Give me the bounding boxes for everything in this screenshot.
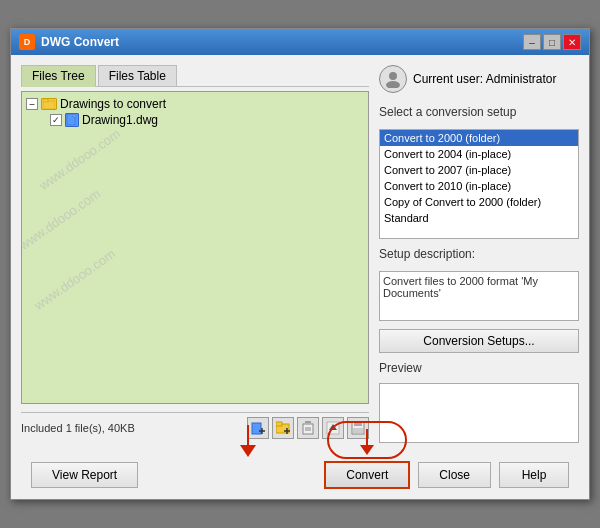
checkbox-area: ✓ (50, 114, 62, 126)
view-report-button[interactable]: View Report (31, 462, 138, 488)
window-body: Files Tree Files Table www.ddooo.com www… (11, 55, 589, 453)
conv-item-3[interactable]: Convert to 2010 (in-place) (380, 178, 578, 194)
user-icon (379, 65, 407, 93)
dwg-convert-window: D DWG Convert – □ ✕ Files Tree Files Tab… (10, 28, 590, 500)
close-button[interactable]: Close (418, 462, 491, 488)
right-panel: Current user: Administrator Select a con… (379, 65, 579, 443)
tree-child-item: ✓ Drawing1.dwg (50, 112, 364, 128)
watermark-3: www.ddooo.com (31, 246, 118, 313)
remove-button[interactable] (297, 417, 319, 439)
svg-point-20 (389, 72, 397, 80)
conv-item-4[interactable]: Copy of Convert to 2000 (folder) (380, 194, 578, 210)
svg-point-21 (386, 81, 400, 88)
svg-rect-18 (354, 422, 362, 426)
tree-child-label: Drawing1.dwg (82, 113, 158, 127)
tree-root-label: Drawings to convert (60, 97, 166, 111)
help-button[interactable]: Help (499, 462, 569, 488)
tab-files-tree[interactable]: Files Tree (21, 65, 96, 87)
move-up-button[interactable] (322, 417, 344, 439)
app-icon: D (19, 34, 35, 50)
maximize-button[interactable]: □ (543, 34, 561, 50)
setup-label: Select a conversion setup (379, 105, 579, 119)
minimize-button[interactable]: – (523, 34, 541, 50)
close-window-button[interactable]: ✕ (563, 34, 581, 50)
conv-item-5[interactable]: Standard (380, 210, 578, 226)
watermark-2: www.ddooo.com (21, 186, 103, 253)
tree-file-item: ✓ Drawing1.dwg (50, 112, 364, 128)
conv-item-0[interactable]: Convert to 2000 (folder) (380, 130, 578, 146)
tab-strip: Files Tree Files Table (21, 65, 369, 87)
bottom-icons (247, 417, 369, 439)
arrow-indicator (240, 425, 256, 457)
tree-expander[interactable]: – (26, 98, 38, 110)
file-icon (65, 113, 79, 127)
bottom-bar: Included 1 file(s), 40KB (21, 412, 369, 443)
desc-label: Setup description: (379, 247, 579, 261)
left-panel: Files Tree Files Table www.ddooo.com www… (21, 65, 369, 443)
file-checkbox[interactable]: ✓ (50, 114, 62, 126)
footer-row: View Report Convert Close Help (11, 453, 589, 499)
conversion-setups-button[interactable]: Conversion Setups... (379, 329, 579, 353)
watermark-1: www.ddooo.com (36, 126, 123, 193)
setup-description: Convert files to 2000 format 'My Documen… (379, 271, 579, 321)
conversion-setup-list[interactable]: Convert to 2000 (folder) Convert to 2004… (379, 129, 579, 239)
svg-rect-7 (276, 422, 282, 426)
preview-label: Preview (379, 361, 579, 375)
user-row: Current user: Administrator (379, 65, 579, 93)
folder-icon (41, 98, 57, 110)
file-tree-area: www.ddooo.com www.ddooo.com www.ddooo.co… (21, 91, 369, 404)
window-title: DWG Convert (41, 35, 119, 49)
convert-button[interactable]: Convert (324, 461, 410, 489)
tab-files-table[interactable]: Files Table (98, 65, 177, 86)
title-buttons: – □ ✕ (523, 34, 581, 50)
title-bar: D DWG Convert – □ ✕ (11, 29, 589, 55)
svg-rect-1 (43, 99, 48, 102)
preview-area (379, 383, 579, 443)
current-user-label: Current user: Administrator (413, 72, 556, 86)
conv-item-2[interactable]: Convert to 2007 (in-place) (380, 162, 578, 178)
tree-root-item: – Drawings to convert (26, 96, 364, 112)
conv-item-1[interactable]: Convert to 2004 (in-place) (380, 146, 578, 162)
add-folder-button[interactable] (272, 417, 294, 439)
title-bar-left: D DWG Convert (19, 34, 119, 50)
status-text: Included 1 file(s), 40KB (21, 422, 135, 434)
